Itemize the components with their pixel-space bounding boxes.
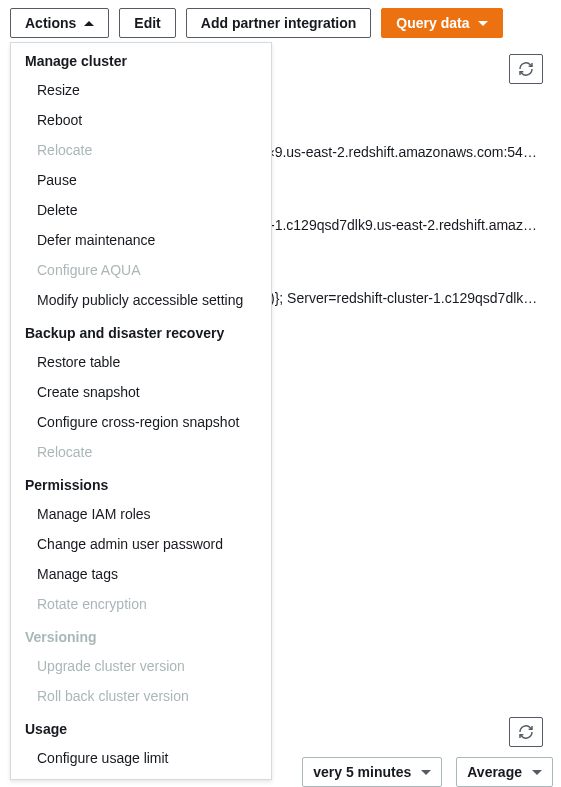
endpoint-text: ‹9.us-east-2.redshift.amazonaws.com:54… <box>270 140 551 164</box>
dropdown-section-title: Manage cluster <box>11 43 271 75</box>
dropdown-item[interactable]: Manage IAM roles <box>11 499 271 529</box>
caret-down-icon <box>478 21 488 26</box>
dropdown-item: Roll back cluster version <box>11 681 271 711</box>
refresh-button[interactable] <box>509 54 543 84</box>
actions-dropdown: Manage clusterResizeRebootRelocatePauseD… <box>10 42 272 780</box>
dropdown-item: Relocate <box>11 135 271 165</box>
caret-down-icon <box>421 770 431 775</box>
add-partner-label: Add partner integration <box>201 15 357 31</box>
aggregate-select[interactable]: Average <box>456 757 553 787</box>
dropdown-item: Configure AQUA <box>11 255 271 285</box>
dropdown-section-title: Permissions <box>11 467 271 499</box>
caret-down-icon <box>532 770 542 775</box>
jdbc-text: -1.c129qsd7dlk9.us-east-2.redshift.amaz… <box>270 213 551 237</box>
interval-label: very 5 minutes <box>313 764 411 780</box>
odbc-text: )}; Server=redshift-cluster-1.c129qsd7dl… <box>270 286 551 310</box>
dropdown-item[interactable]: Defer maintenance <box>11 225 271 255</box>
dropdown-item: Rotate encryption <box>11 589 271 619</box>
dropdown-item: Upgrade cluster version <box>11 651 271 681</box>
dropdown-item[interactable]: Configure usage limit <box>11 743 271 773</box>
dropdown-item: Relocate <box>11 437 271 467</box>
query-data-button[interactable]: Query data <box>381 8 502 38</box>
dropdown-item[interactable]: Configure cross-region snapshot <box>11 407 271 437</box>
query-data-label: Query data <box>396 15 469 31</box>
dropdown-item[interactable]: Pause <box>11 165 271 195</box>
dropdown-item[interactable]: Manage tags <box>11 559 271 589</box>
caret-up-icon <box>84 21 94 26</box>
edit-button[interactable]: Edit <box>119 8 175 38</box>
refresh-button-2[interactable] <box>509 717 543 747</box>
dropdown-item[interactable]: Delete <box>11 195 271 225</box>
interval-select[interactable]: very 5 minutes <box>302 757 442 787</box>
dropdown-item[interactable]: Resize <box>11 75 271 105</box>
dropdown-item[interactable]: Modify publicly accessible setting <box>11 285 271 315</box>
aggregate-label: Average <box>467 764 522 780</box>
toolbar: Actions Edit Add partner integration Que… <box>0 0 561 46</box>
dropdown-section-title: Backup and disaster recovery <box>11 315 271 347</box>
dropdown-item[interactable]: Reboot <box>11 105 271 135</box>
add-partner-integration-button[interactable]: Add partner integration <box>186 8 372 38</box>
actions-button[interactable]: Actions <box>10 8 109 38</box>
dropdown-section-title: Usage <box>11 711 271 743</box>
dropdown-item[interactable]: Create snapshot <box>11 377 271 407</box>
actions-label: Actions <box>25 15 76 31</box>
edit-label: Edit <box>134 15 160 31</box>
refresh-icon <box>518 61 534 77</box>
refresh-icon <box>518 724 534 740</box>
dropdown-item[interactable]: Change admin user password <box>11 529 271 559</box>
dropdown-section-title: Versioning <box>11 619 271 651</box>
dropdown-item[interactable]: Restore table <box>11 347 271 377</box>
